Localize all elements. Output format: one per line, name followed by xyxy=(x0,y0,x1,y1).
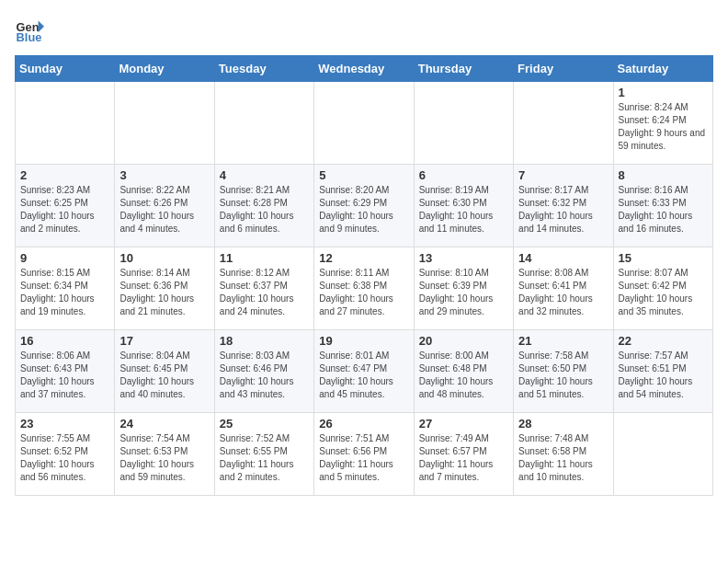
day-info: Sunrise: 8:00 AM Sunset: 6:48 PM Dayligh… xyxy=(419,350,508,401)
day-cell: 25Sunrise: 7:52 AM Sunset: 6:55 PM Dayli… xyxy=(214,413,313,496)
day-cell: 1Sunrise: 8:24 AM Sunset: 6:24 PM Daylig… xyxy=(613,82,712,165)
day-info: Sunrise: 8:23 AM Sunset: 6:25 PM Dayligh… xyxy=(20,184,109,236)
day-number: 16 xyxy=(20,334,109,348)
day-number: 26 xyxy=(319,417,408,431)
col-sunday: Sunday xyxy=(16,56,115,82)
day-number: 10 xyxy=(119,251,209,265)
day-number: 22 xyxy=(619,334,708,348)
day-cell xyxy=(414,82,513,165)
day-info: Sunrise: 8:19 AM Sunset: 6:30 PM Dayligh… xyxy=(419,184,508,236)
day-info: Sunrise: 8:24 AM Sunset: 6:24 PM Dayligh… xyxy=(619,101,708,153)
day-number: 28 xyxy=(518,417,608,431)
day-cell: 27Sunrise: 7:49 AM Sunset: 6:57 PM Dayli… xyxy=(414,413,513,496)
week-row-3: 9Sunrise: 8:15 AM Sunset: 6:34 PM Daylig… xyxy=(16,247,713,330)
day-cell: 20Sunrise: 8:00 AM Sunset: 6:48 PM Dayli… xyxy=(414,330,513,413)
day-number: 9 xyxy=(20,251,109,265)
day-info: Sunrise: 8:11 AM Sunset: 6:38 PM Dayligh… xyxy=(319,267,408,318)
day-cell: 8Sunrise: 8:16 AM Sunset: 6:33 PM Daylig… xyxy=(613,165,712,247)
day-number: 20 xyxy=(419,334,508,348)
day-info: Sunrise: 8:06 AM Sunset: 6:43 PM Dayligh… xyxy=(20,350,109,401)
calendar-body: 1Sunrise: 8:24 AM Sunset: 6:24 PM Daylig… xyxy=(16,82,713,496)
header-row: Sunday Monday Tuesday Wednesday Thursday… xyxy=(16,56,713,82)
col-wednesday: Wednesday xyxy=(314,56,414,82)
week-row-2: 2Sunrise: 8:23 AM Sunset: 6:25 PM Daylig… xyxy=(16,165,713,247)
day-info: Sunrise: 8:12 AM Sunset: 6:37 PM Dayligh… xyxy=(220,267,309,318)
day-info: Sunrise: 7:48 AM Sunset: 6:58 PM Dayligh… xyxy=(518,432,608,484)
day-info: Sunrise: 8:03 AM Sunset: 6:46 PM Dayligh… xyxy=(220,350,309,401)
day-cell: 6Sunrise: 8:19 AM Sunset: 6:30 PM Daylig… xyxy=(414,165,513,247)
day-cell xyxy=(613,413,712,496)
day-cell: 16Sunrise: 8:06 AM Sunset: 6:43 PM Dayli… xyxy=(16,330,115,413)
day-cell: 21Sunrise: 7:58 AM Sunset: 6:50 PM Dayli… xyxy=(514,330,613,413)
day-cell: 2Sunrise: 8:23 AM Sunset: 6:25 PM Daylig… xyxy=(16,165,115,247)
day-number: 21 xyxy=(518,334,608,348)
day-info: Sunrise: 7:52 AM Sunset: 6:55 PM Dayligh… xyxy=(220,432,309,484)
day-cell: 12Sunrise: 8:11 AM Sunset: 6:38 PM Dayli… xyxy=(314,247,414,330)
week-row-4: 16Sunrise: 8:06 AM Sunset: 6:43 PM Dayli… xyxy=(16,330,713,413)
day-info: Sunrise: 7:55 AM Sunset: 6:52 PM Dayligh… xyxy=(20,432,109,484)
col-friday: Friday xyxy=(514,56,613,82)
day-cell xyxy=(115,82,214,165)
day-cell: 18Sunrise: 8:03 AM Sunset: 6:46 PM Dayli… xyxy=(214,330,313,413)
day-cell: 22Sunrise: 7:57 AM Sunset: 6:51 PM Dayli… xyxy=(613,330,712,413)
day-number: 27 xyxy=(419,417,508,431)
day-cell: 9Sunrise: 8:15 AM Sunset: 6:34 PM Daylig… xyxy=(16,247,115,330)
day-cell: 14Sunrise: 8:08 AM Sunset: 6:41 PM Dayli… xyxy=(514,247,613,330)
day-number: 7 xyxy=(518,168,608,182)
day-number: 1 xyxy=(619,86,708,99)
day-number: 8 xyxy=(619,168,708,182)
day-number: 6 xyxy=(419,168,508,182)
day-cell: 10Sunrise: 8:14 AM Sunset: 6:36 PM Dayli… xyxy=(115,247,214,330)
day-info: Sunrise: 8:01 AM Sunset: 6:47 PM Dayligh… xyxy=(319,350,408,401)
day-cell: 3Sunrise: 8:22 AM Sunset: 6:26 PM Daylig… xyxy=(115,165,214,247)
day-info: Sunrise: 7:58 AM Sunset: 6:50 PM Dayligh… xyxy=(518,350,608,401)
week-row-1: 1Sunrise: 8:24 AM Sunset: 6:24 PM Daylig… xyxy=(16,82,713,165)
svg-text:Blue: Blue xyxy=(17,30,42,44)
day-number: 4 xyxy=(220,168,309,182)
day-number: 18 xyxy=(220,334,309,348)
day-number: 14 xyxy=(518,251,608,265)
day-number: 23 xyxy=(20,417,109,431)
day-info: Sunrise: 7:57 AM Sunset: 6:51 PM Dayligh… xyxy=(619,350,708,401)
day-cell xyxy=(214,82,313,165)
day-info: Sunrise: 8:16 AM Sunset: 6:33 PM Dayligh… xyxy=(619,184,708,236)
day-cell: 13Sunrise: 8:10 AM Sunset: 6:39 PM Dayli… xyxy=(414,247,513,330)
logo: Gen Blue xyxy=(15,15,48,44)
day-info: Sunrise: 8:07 AM Sunset: 6:42 PM Dayligh… xyxy=(619,267,708,318)
day-info: Sunrise: 8:04 AM Sunset: 6:45 PM Dayligh… xyxy=(119,350,209,401)
day-cell: 11Sunrise: 8:12 AM Sunset: 6:37 PM Dayli… xyxy=(214,247,313,330)
day-cell: 4Sunrise: 8:21 AM Sunset: 6:28 PM Daylig… xyxy=(214,165,313,247)
day-cell: 24Sunrise: 7:54 AM Sunset: 6:53 PM Dayli… xyxy=(115,413,214,496)
day-cell xyxy=(514,82,613,165)
day-number: 2 xyxy=(20,168,109,182)
day-cell: 15Sunrise: 8:07 AM Sunset: 6:42 PM Dayli… xyxy=(613,247,712,330)
day-cell: 19Sunrise: 8:01 AM Sunset: 6:47 PM Dayli… xyxy=(314,330,414,413)
week-row-5: 23Sunrise: 7:55 AM Sunset: 6:52 PM Dayli… xyxy=(16,413,713,496)
day-info: Sunrise: 7:49 AM Sunset: 6:57 PM Dayligh… xyxy=(419,432,508,484)
day-info: Sunrise: 8:08 AM Sunset: 6:41 PM Dayligh… xyxy=(518,267,608,318)
day-cell: 7Sunrise: 8:17 AM Sunset: 6:32 PM Daylig… xyxy=(514,165,613,247)
day-number: 24 xyxy=(119,417,209,431)
day-number: 3 xyxy=(119,168,209,182)
day-cell: 26Sunrise: 7:51 AM Sunset: 6:56 PM Dayli… xyxy=(314,413,414,496)
day-info: Sunrise: 8:14 AM Sunset: 6:36 PM Dayligh… xyxy=(119,267,209,318)
day-info: Sunrise: 7:54 AM Sunset: 6:53 PM Dayligh… xyxy=(119,432,209,484)
calendar-table: Sunday Monday Tuesday Wednesday Thursday… xyxy=(15,55,713,496)
day-info: Sunrise: 8:21 AM Sunset: 6:28 PM Dayligh… xyxy=(220,184,309,236)
day-info: Sunrise: 8:15 AM Sunset: 6:34 PM Dayligh… xyxy=(20,267,109,318)
day-number: 17 xyxy=(119,334,209,348)
col-thursday: Thursday xyxy=(414,56,513,82)
logo-icon: Gen Blue xyxy=(15,15,44,44)
day-cell xyxy=(16,82,115,165)
page-header: Gen Blue xyxy=(15,15,713,44)
day-number: 25 xyxy=(220,417,309,431)
day-info: Sunrise: 8:20 AM Sunset: 6:29 PM Dayligh… xyxy=(319,184,408,236)
calendar-header: Sunday Monday Tuesday Wednesday Thursday… xyxy=(16,56,713,82)
day-number: 12 xyxy=(319,251,408,265)
col-tuesday: Tuesday xyxy=(214,56,313,82)
day-cell: 17Sunrise: 8:04 AM Sunset: 6:45 PM Dayli… xyxy=(115,330,214,413)
day-number: 11 xyxy=(220,251,309,265)
day-cell: 28Sunrise: 7:48 AM Sunset: 6:58 PM Dayli… xyxy=(514,413,613,496)
day-info: Sunrise: 8:22 AM Sunset: 6:26 PM Dayligh… xyxy=(119,184,209,236)
day-cell xyxy=(314,82,414,165)
